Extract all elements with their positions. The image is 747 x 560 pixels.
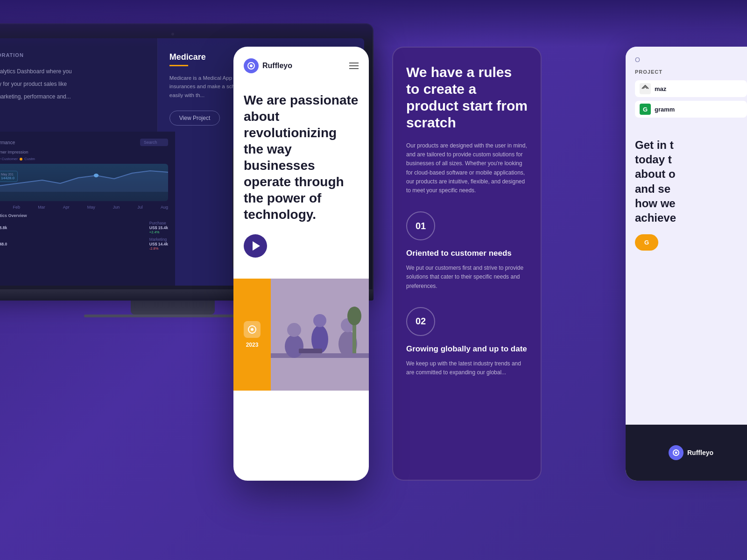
maze-icon [641,84,649,93]
rule-1-number-circle: 01 [406,211,435,240]
laptop-stand [131,301,215,315]
far-right-card: O PROJECT maz G gramm Get in ttoday tabo… [626,47,747,481]
legend-new: New Customer [0,157,18,161]
svg-point-1 [94,174,99,177]
rule-1-desc: We put our customers first and strive to… [406,264,528,291]
svg-rect-7 [271,353,369,358]
brand-row-maze: maz [635,80,747,97]
svg-point-16 [347,307,361,325]
chart-months: JanFebMarAprMayJunJulAug [0,205,168,210]
search-bar[interactable]: Search [140,139,168,146]
analytics-overview-label: Analytics Overview [0,213,168,218]
svg-point-5 [251,328,254,331]
svg-point-18 [675,452,677,454]
svg-marker-0 [0,171,168,192]
mobile-headline: We are passionate about revolutionizing … [244,92,359,223]
maze-logo [640,83,651,94]
chart-date: May 201 [1,173,14,176]
team-svg [271,279,369,391]
gramm-brand-name: gramm [655,106,675,113]
rule-2-number-circle: 02 [406,307,435,336]
laptop-text-block: Analytics Dashboard where you vity for y… [0,67,146,102]
play-triangle-icon [253,241,260,251]
logo-svg [247,62,255,70]
mobile-card: Ruffleyo We are passionate about revolut… [233,47,369,481]
svg-point-8 [285,335,303,358]
laptop-left-panel: BORATION Analytics Dashboard where you v… [0,38,158,132]
far-right-project-label: PROJECT [635,69,747,75]
chart-legend: New Customer Custm [0,157,168,161]
legend-custom: Custm [24,157,35,161]
logo-icon [244,58,259,73]
bottom-logo-svg [672,449,680,456]
chart-area: May 201 14428.0 [0,164,168,201]
far-right-bottom: Ruffleyo [626,425,747,481]
svg-point-3 [250,64,253,67]
hamburger-line-1 [349,63,359,63]
chart-value-badge: May 201 14428.0 [0,171,18,182]
laptop-text1: Analytics Dashboard where you [0,67,146,76]
mobile-header: Ruffleyo [233,47,369,83]
analytics-marketing: Marketing US$ 14.4k -2.8% [149,237,168,251]
laptop-text3: t marketing, performance and... [0,92,146,101]
chart-value: 14428.0 [1,176,14,180]
mobile-image-row: 2023 [233,279,369,391]
orange-logo-icon [244,321,261,338]
rule-2-desc: We keep up with the latest industry tren… [406,359,528,377]
orange-card: 2023 [233,279,271,391]
analytics-row-1: Sales US$ 48.8k +1.4% Purchase US$ 15.4k… [0,221,168,234]
performance-text: Performance [0,140,15,145]
performance-label: Performance Search [0,139,168,146]
analytics-return: Return US$ 348.0 -1.2% [0,237,7,251]
hamburger-icon[interactable] [349,63,359,69]
rule-1-title: Oriented to customer needs [406,249,528,258]
far-right-top-label: O [635,56,747,63]
team-photo [271,279,369,391]
top-gradient [0,0,747,47]
chart-svg [0,164,168,192]
svg-point-9 [287,323,301,337]
customer-impression-label: Customer Impression [0,150,168,154]
rules-title: We have a rules to create a product star… [406,64,528,131]
play-button[interactable] [244,234,267,258]
rule-2-title: Growing globally and up to date [406,344,528,354]
hamburger-line-2 [349,65,359,66]
grammarly-icon: G [643,106,648,113]
rule-2-number: 02 [416,316,426,327]
hamburger-line-3 [349,68,359,69]
rule-1-number: 01 [416,221,426,231]
collab-label: BORATION [0,52,146,58]
cta-button[interactable]: G [635,234,658,251]
view-project-button[interactable]: View Project [169,111,220,126]
bottom-logo-icon [669,445,684,460]
analytics-card: Performance Search Customer Impression N… [0,132,175,286]
maze-brand-name: maz [655,85,666,92]
analytics-purchase: Purchase US$ 15.4k +2.4% [149,221,168,234]
medicare-underline [169,65,188,66]
logo-text: Ruffleyo [262,62,292,70]
cta-section: Get in ttoday tabout oand sehow weachiev… [626,131,747,267]
brand-row-grammarly: G gramm [635,101,747,118]
mobile-hero-section: We are passionate about revolutionizing … [233,83,369,279]
rules-card: We have a rules to create a product star… [392,47,542,481]
orange-year: 2023 [246,342,259,348]
laptop-text2: vity for your product sales like [0,80,146,89]
analytics-row-2: Return US$ 348.0 -1.2% Marketing US$ 14.… [0,237,168,251]
cta-text: Get in ttoday tabout oand sehow weachiev… [635,138,747,225]
ruffleyo-logo: Ruffleyo [244,58,292,73]
ruffleyo-bottom-logo: Ruffleyo [669,445,713,460]
rules-desc: Our products are designed with the user … [406,141,528,195]
bottom-logo-text: Ruffleyo [687,449,713,456]
orange-logo-svg [247,325,257,334]
far-right-top: O PROJECT maz G gramm [626,47,747,131]
analytics-sales: Sales US$ 48.8k +1.4% [0,221,7,234]
svg-rect-14 [299,349,322,353]
team-photo-inner [271,279,369,391]
svg-point-11 [313,314,326,327]
grammarly-logo: G [640,104,651,115]
